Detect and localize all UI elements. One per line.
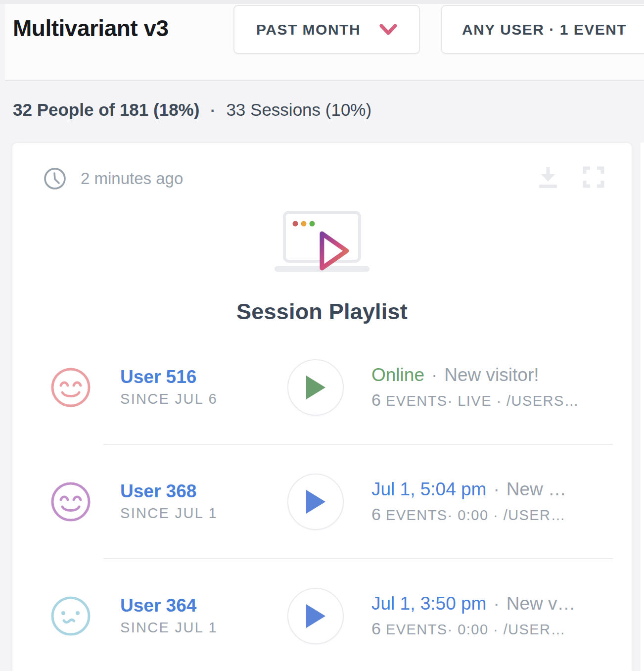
user-since: SINCE JUL 1 (120, 505, 259, 522)
user-info: User 516 SINCE JUL 6 (120, 367, 259, 408)
last-updated-label: 2 minutes ago (81, 169, 183, 188)
user-info: User 368 SINCE JUL 1 (120, 481, 259, 522)
status-primary: Jul 1, 3:50 pm (371, 593, 486, 615)
chevron-down-icon (379, 24, 397, 36)
date-range-label: PAST MONTH (256, 21, 361, 38)
session-list-item[interactable]: User 368 SINCE JUL 1 Jul 1, 5:04 pm · Ne… (12, 445, 632, 558)
status-secondary: New visitor! (444, 365, 539, 386)
download-icon[interactable] (536, 165, 560, 190)
session-list: User 516 SINCE JUL 6 Online · New visito… (12, 331, 632, 671)
status-line-1: Jul 1, 5:04 pm · New … (371, 479, 566, 500)
session-status: Jul 1, 5:04 pm · New … 6 EVENTS· 0:00 · … (371, 479, 566, 525)
user-link[interactable]: User 368 (120, 481, 259, 502)
event-detail: EVENTS· LIVE · /USERS… (386, 393, 579, 409)
session-list-item[interactable]: User 364 SINCE JUL 1 Jul 1, 3:50 pm · Ne… (12, 559, 632, 671)
window-top-edge (0, 0, 644, 4)
play-triangle-icon (304, 488, 327, 515)
session-status: Online · New visitor! 6 EVENTS· LIVE · /… (371, 365, 579, 410)
play-session-button[interactable] (287, 474, 344, 530)
user-info: User 364 SINCE JUL 1 (120, 596, 259, 636)
stats-separator: · (210, 102, 215, 119)
status-primary: Jul 1, 5:04 pm (371, 479, 486, 500)
last-updated: 2 minutes ago (43, 167, 183, 191)
status-primary: Online (371, 365, 424, 386)
user-since: SINCE JUL 6 (120, 391, 259, 407)
page-title: Multivariant v3 (13, 15, 169, 42)
play-triangle-icon (304, 374, 327, 401)
event-count: 6 (371, 390, 381, 410)
event-detail: EVENTS· 0:00 · /USER… (386, 622, 566, 638)
smiley-smirk-icon (50, 595, 92, 637)
report-header: Multivariant v3 PAST MONTH ANY USER · 1 … (5, 4, 644, 81)
status-line-2: 6 EVENTS· LIVE · /USERS… (371, 390, 579, 410)
status-line-2: 6 EVENTS· 0:00 · /USER… (371, 505, 566, 524)
play-session-button[interactable] (287, 588, 344, 644)
clock-icon (43, 167, 67, 191)
event-detail: EVENTS· 0:00 · /USER… (386, 507, 566, 524)
conversion-stats: 32 People of 181 (18%) · 33 Sessions (10… (13, 100, 371, 120)
card-title: Session Playlist (12, 299, 632, 325)
status-dot: · (493, 593, 499, 615)
event-count: 6 (371, 619, 381, 638)
status-line-2: 6 EVENTS· 0:00 · /USER… (371, 619, 576, 638)
fullscreen-icon[interactable] (581, 165, 606, 190)
play-triangle-icon (304, 603, 327, 629)
people-stat: 32 People of 181 (18%) (13, 100, 199, 120)
date-range-dropdown[interactable]: PAST MONTH (233, 5, 420, 54)
status-dot: · (493, 479, 499, 500)
status-line-1: Online · New visitor! (371, 365, 579, 386)
event-count: 6 (371, 505, 381, 524)
sessions-stat: 33 Sessions (10%) (226, 100, 371, 120)
user-event-filter-label: ANY USER · 1 EVENT (462, 21, 627, 38)
session-status: Jul 1, 3:50 pm · New v… 6 EVENTS· 0:00 ·… (371, 593, 576, 639)
user-link[interactable]: User 516 (120, 367, 259, 387)
scrollbar-track[interactable] (641, 143, 644, 671)
status-dot: · (431, 365, 437, 386)
user-link[interactable]: User 364 (120, 596, 259, 616)
user-event-filter-button[interactable]: ANY USER · 1 EVENT (441, 5, 644, 54)
smiley-happy-icon (50, 481, 92, 523)
session-playlist-card: 2 minutes ago (12, 143, 632, 671)
session-list-item[interactable]: User 516 SINCE JUL 6 Online · New visito… (12, 331, 632, 444)
play-session-button[interactable] (287, 359, 344, 416)
status-line-1: Jul 1, 3:50 pm · New v… (371, 593, 576, 615)
status-secondary: New … (506, 479, 566, 500)
card-toolbar: 2 minutes ago (12, 143, 632, 207)
gradient-play-icon (317, 229, 353, 273)
smiley-happy-icon (50, 367, 92, 408)
card-actions (536, 165, 606, 190)
user-since: SINCE JUL 1 (120, 620, 259, 636)
player-illustration (12, 210, 632, 277)
status-secondary: New v… (506, 593, 576, 615)
